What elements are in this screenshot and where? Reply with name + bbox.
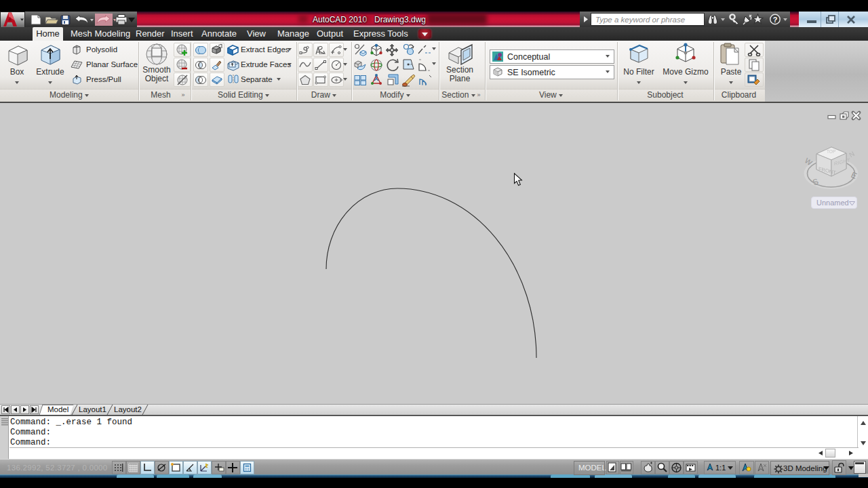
svg-text:1:1: 1:1	[715, 464, 726, 472]
svg-text:TOP: TOP	[827, 149, 835, 154]
svg-text:?: ?	[773, 16, 778, 24]
